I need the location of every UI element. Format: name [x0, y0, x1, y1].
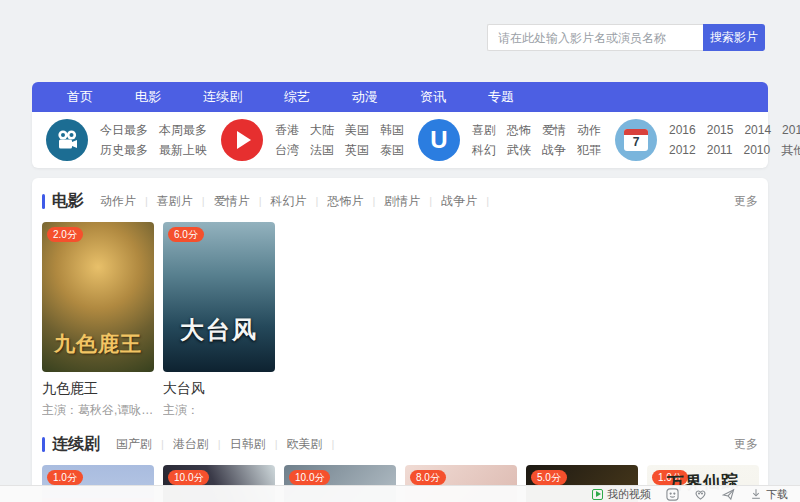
filter-link[interactable]: 喜剧 — [472, 120, 496, 140]
tab-separator: | — [372, 195, 375, 207]
section-accent-bar — [42, 194, 45, 209]
filter-link[interactable]: 本周最多 — [159, 120, 207, 140]
search-bar: 搜索影片 — [487, 24, 765, 51]
rank-links: 今日最多 本周最多 历史最多 最新上映 — [100, 120, 207, 160]
nav-item-movies[interactable]: 电影 — [114, 82, 182, 112]
score-badge: 5.0分 — [531, 470, 567, 485]
filter-link[interactable]: 泰国 — [380, 140, 404, 160]
score-badge: 2.0分 — [47, 227, 83, 242]
download-icon — [750, 488, 762, 500]
movies-tabs: 动作片| 喜剧片| 爱情片| 科幻片| 恐怖片| 剧情片| 战争片| — [100, 193, 498, 210]
score-badge: 10.0分 — [289, 470, 330, 485]
filter-link[interactable]: 香港 — [275, 120, 299, 140]
tab-separator: | — [145, 195, 148, 207]
filter-link[interactable]: 2012 — [669, 140, 696, 160]
genre-links: 喜剧 恐怖 爱情 动作 科幻 武侠 战争 犯罪 — [472, 120, 601, 160]
tab-jpkr[interactable]: 日韩剧 — [230, 436, 266, 453]
tab-war[interactable]: 战争片 — [441, 193, 477, 210]
movies-section-header: 电影 动作片| 喜剧片| 爱情片| 科幻片| 恐怖片| 剧情片| 战争片| 更多 — [42, 190, 758, 212]
filter-link[interactable]: 战争 — [542, 140, 566, 160]
filter-link[interactable]: 最新上映 — [159, 140, 207, 160]
heart-face-icon — [694, 488, 707, 501]
play-video-icon — [592, 489, 603, 500]
tab-domestic[interactable]: 国产剧 — [116, 436, 152, 453]
nav-item-variety[interactable]: 综艺 — [263, 82, 331, 112]
movie-title: 大台风 — [163, 380, 275, 398]
tab-action[interactable]: 动作片 — [100, 193, 136, 210]
movies-row: 2.0分 九色鹿王 九色鹿王 主演：葛秋谷,谭咏雯,徐... 6.0分 大台风 … — [42, 222, 758, 419]
tab-separator: | — [218, 438, 221, 450]
share-button[interactable] — [722, 488, 735, 501]
emoji-panel-button[interactable] — [666, 488, 679, 501]
filter-link[interactable]: 2011 — [707, 140, 733, 160]
filter-link[interactable]: 2010 — [744, 140, 771, 160]
movie-poster: 2.0分 九色鹿王 — [42, 222, 154, 372]
poster-title-text: 九色鹿王 — [42, 330, 154, 358]
series-tabs: 国产剧| 港台剧| 日韩剧| 欧美剧| — [116, 436, 343, 453]
filter-link[interactable]: 2015 — [707, 120, 734, 140]
filter-group-year: 7 2016 2015 2014 2013 2012 2011 2010 其他 — [601, 119, 800, 161]
filter-link[interactable]: 犯罪 — [577, 140, 601, 160]
tab-separator: | — [486, 195, 489, 207]
tab-drama[interactable]: 剧情片 — [384, 193, 420, 210]
score-badge: 6.0分 — [168, 227, 204, 242]
nav-item-anime[interactable]: 动漫 — [331, 82, 399, 112]
streaming-site-homepage: 搜索影片 首页 电影 连续剧 综艺 动漫 资讯 专题 今日最多 本周 — [0, 0, 800, 502]
paper-plane-icon — [722, 488, 735, 501]
filter-link[interactable]: 英国 — [345, 140, 369, 160]
filter-link[interactable]: 武侠 — [507, 140, 531, 160]
series-more-link[interactable]: 更多 — [734, 436, 758, 453]
movie-poster: 6.0分 大台风 — [163, 222, 275, 372]
movies-section-title: 电影 — [52, 191, 84, 212]
play-logo-icon — [221, 119, 263, 161]
filter-link[interactable]: 动作 — [577, 120, 601, 140]
movies-more-link[interactable]: 更多 — [734, 193, 758, 210]
u-logo-icon: U — [418, 119, 460, 161]
filter-group-region: 香港 大陆 美国 韩国 台湾 法国 英国 泰国 — [207, 119, 404, 161]
movie-card[interactable]: 2.0分 九色鹿王 九色鹿王 主演：葛秋谷,谭咏雯,徐... — [42, 222, 154, 419]
favorite-button[interactable] — [694, 488, 707, 501]
filter-link[interactable]: 法国 — [310, 140, 334, 160]
tab-separator: | — [161, 438, 164, 450]
filter-link[interactable]: 台湾 — [275, 140, 299, 160]
filter-link[interactable]: 科幻 — [472, 140, 496, 160]
tab-comedy[interactable]: 喜剧片 — [157, 193, 193, 210]
filter-link[interactable]: 2014 — [744, 120, 771, 140]
nav-item-news[interactable]: 资讯 — [399, 82, 467, 112]
filter-link[interactable]: 今日最多 — [100, 120, 148, 140]
filter-link[interactable]: 2016 — [669, 120, 696, 140]
tab-horror[interactable]: 恐怖片 — [327, 193, 363, 210]
tab-romance[interactable]: 爱情片 — [214, 193, 250, 210]
score-badge: 8.0分 — [410, 470, 446, 485]
section-accent-bar — [42, 437, 45, 452]
filter-link[interactable]: 大陆 — [310, 120, 334, 140]
filter-link[interactable]: 爱情 — [542, 120, 566, 140]
my-videos-button[interactable]: 我的视频 — [592, 486, 651, 502]
movie-card[interactable]: 6.0分 大台风 大台风 主演： — [163, 222, 275, 419]
tab-western[interactable]: 欧美剧 — [287, 436, 323, 453]
filter-link[interactable]: 2013 — [782, 120, 800, 140]
nav-item-series[interactable]: 连续剧 — [182, 82, 263, 112]
search-input[interactable] — [487, 24, 703, 51]
movie-cast: 主演：葛秋谷,谭咏雯,徐... — [42, 402, 154, 419]
tab-scifi[interactable]: 科幻片 — [271, 193, 307, 210]
filter-link[interactable]: 历史最多 — [100, 140, 148, 160]
search-button[interactable]: 搜索影片 — [703, 24, 765, 51]
tab-separator: | — [202, 195, 205, 207]
filter-link[interactable]: 美国 — [345, 120, 369, 140]
movie-cast: 主演： — [163, 402, 275, 419]
nav-item-topics[interactable]: 专题 — [467, 82, 535, 112]
tab-separator: | — [259, 195, 262, 207]
filter-link[interactable]: 韩国 — [380, 120, 404, 140]
filter-link[interactable]: 恐怖 — [507, 120, 531, 140]
filter-group-genre: U 喜剧 恐怖 爱情 动作 科幻 武侠 战争 犯罪 — [404, 119, 601, 161]
year-links: 2016 2015 2014 2013 2012 2011 2010 其他 — [669, 120, 800, 160]
download-button[interactable]: 下载 — [750, 486, 788, 502]
browser-bottom-toolbar: 我的视频 下载 — [0, 485, 800, 502]
filter-link[interactable]: 其他 — [781, 140, 800, 160]
tab-separator: | — [429, 195, 432, 207]
series-section-header: 连续剧 国产剧| 港台剧| 日韩剧| 欧美剧| 更多 — [42, 433, 758, 455]
tab-hktw[interactable]: 港台剧 — [173, 436, 209, 453]
filter-group-rank: 今日最多 本周最多 历史最多 最新上映 — [32, 119, 207, 161]
nav-item-home[interactable]: 首页 — [46, 82, 114, 112]
